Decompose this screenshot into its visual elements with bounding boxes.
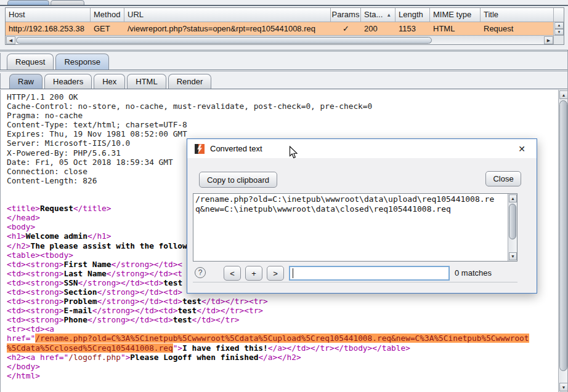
cell-status: 200: [361, 22, 396, 35]
column-header-url[interactable]: URL: [124, 8, 331, 22]
scroll-left-icon[interactable]: ◀: [6, 36, 15, 44]
search-input[interactable]: [289, 266, 450, 281]
dialog-vertical-scrollbar: ▲ ▼: [508, 194, 517, 261]
sort-ascending-icon: ▲: [386, 12, 391, 18]
response-line: </body>: [7, 362, 558, 371]
divider: [0, 5, 568, 6]
column-header-status-label: Sta...: [364, 10, 383, 19]
cell-title: Request: [481, 22, 553, 35]
divider: [0, 89, 568, 89]
response-line: href="/rename.php?old=C%3A%5Cinetpub%5Cw…: [7, 334, 558, 343]
tab-headers[interactable]: Headers: [44, 74, 92, 89]
horizontal-scrollbar-thumb[interactable]: [16, 37, 432, 44]
view-tab-bar: Raw Headers Hex HTML Render: [0, 73, 568, 89]
cell-host: http://192.168.253.38: [6, 22, 91, 35]
text-caret: [293, 268, 293, 278]
dialog-title-bar[interactable]: Converted text ✕: [187, 139, 537, 158]
vertical-scrollbar-thumb[interactable]: [559, 100, 567, 371]
params-check-icon: ✓: [331, 22, 361, 35]
top-tab-strip: [0, 0, 568, 6]
table-vertical-scrollbar: ▲ ▼: [553, 22, 564, 35]
column-header-params[interactable]: Params: [331, 8, 361, 22]
response-line: <td><strong>E-mail</strong></td><td>test…: [7, 306, 558, 315]
divider: [0, 50, 568, 52]
dialog-title: Converted text: [210, 144, 262, 153]
table-horizontal-scrollbar: ◀ ▶: [6, 35, 553, 44]
cell-mime-type: HTML: [430, 22, 481, 35]
response-line: Expires: Thu, 19 Nov 1981 08:52:00 GMT: [7, 129, 558, 138]
column-header-host[interactable]: Host: [6, 8, 91, 22]
response-line: %5Cdata%5Cclosed%5Creq105441008.req">I h…: [7, 343, 558, 353]
tab-html[interactable]: HTML: [127, 74, 166, 89]
close-icon[interactable]: ✕: [514, 139, 529, 158]
add-button[interactable]: +: [245, 266, 262, 281]
scroll-up-icon[interactable]: ▲: [559, 90, 568, 99]
tab-hex[interactable]: Hex: [94, 74, 125, 89]
cell-length: 1153: [396, 22, 430, 35]
response-line: </html>: [7, 371, 558, 380]
cell-method: GET: [91, 22, 124, 35]
response-line: <td><strong>Problem</strong></td><td>tes…: [7, 297, 558, 306]
help-icon[interactable]: ?: [195, 267, 206, 278]
scroll-right-icon[interactable]: ▶: [544, 36, 553, 44]
response-line: <td><strong>Phone</strong></td><td>test<…: [7, 315, 558, 324]
column-header-length[interactable]: Length: [396, 8, 430, 22]
close-button[interactable]: Close: [485, 171, 521, 186]
mouse-cursor: [289, 146, 298, 159]
next-match-button[interactable]: >: [267, 266, 284, 281]
table-header-row: Host Method URL Params Sta...▲ Length MI…: [6, 8, 553, 22]
scroll-up-icon[interactable]: ▲: [554, 22, 564, 29]
converted-text-dialog: Converted text ✕ Copy to clipboard Close…: [187, 138, 537, 294]
divider: [0, 70, 568, 71]
column-header-method[interactable]: Method: [91, 8, 124, 22]
scroll-up-icon[interactable]: ▲: [509, 194, 517, 202]
cell-url: /viewreport.php?status=open&rpt=req10544…: [124, 22, 331, 35]
response-line: Pragma: no-cache: [7, 111, 558, 120]
response-line: Content-Type: text/html; charset=UTF-8: [7, 120, 558, 129]
scroll-down-icon[interactable]: ▼: [509, 252, 517, 260]
response-line: HTTP/1.1 200 OK: [7, 92, 558, 102]
column-header-title[interactable]: Title: [481, 8, 553, 22]
tab-response[interactable]: Response: [55, 54, 109, 70]
copy-to-clipboard-button[interactable]: Copy to clipboard: [199, 172, 277, 188]
scrollbar-header-cap: [553, 8, 564, 22]
response-line: Cache-Control: no-store, no-cache, must-…: [7, 102, 558, 111]
response-line: <h2><a href="/logoff.php">Please Logoff …: [7, 353, 558, 362]
match-count-label: 0 matches: [455, 268, 492, 278]
response-vertical-scrollbar: ▲ ▼: [558, 90, 568, 392]
vertical-scrollbar-thumb[interactable]: [509, 204, 516, 239]
column-header-mime-type[interactable]: MIME type: [430, 8, 481, 22]
scroll-down-icon[interactable]: ▼: [559, 383, 568, 391]
converted-text-area[interactable]: /rename.php?old=C:\inetpub\wwwroot\data\…: [193, 193, 517, 262]
response-line: <tr><td><a: [7, 324, 558, 334]
tab-raw[interactable]: Raw: [9, 74, 43, 89]
converted-text-value: /rename.php?old=C:\inetpub\wwwroot\data\…: [195, 194, 494, 214]
table-row[interactable]: http://192.168.253.38 GET /viewreport.ph…: [6, 22, 553, 35]
history-table: Host Method URL Params Sta...▲ Length MI…: [5, 7, 564, 45]
tab-render[interactable]: Render: [168, 74, 212, 89]
scroll-down-icon[interactable]: ▼: [554, 29, 564, 36]
burp-suite-icon: [195, 144, 205, 154]
column-header-status[interactable]: Sta...▲: [361, 8, 396, 22]
editor-tab-bar: Request Response: [0, 53, 568, 70]
search-bar: ? < + > 0 matches: [193, 264, 517, 282]
scrollbar-corner: [553, 35, 564, 44]
tab-request[interactable]: Request: [7, 54, 54, 70]
previous-match-button[interactable]: <: [224, 266, 241, 281]
